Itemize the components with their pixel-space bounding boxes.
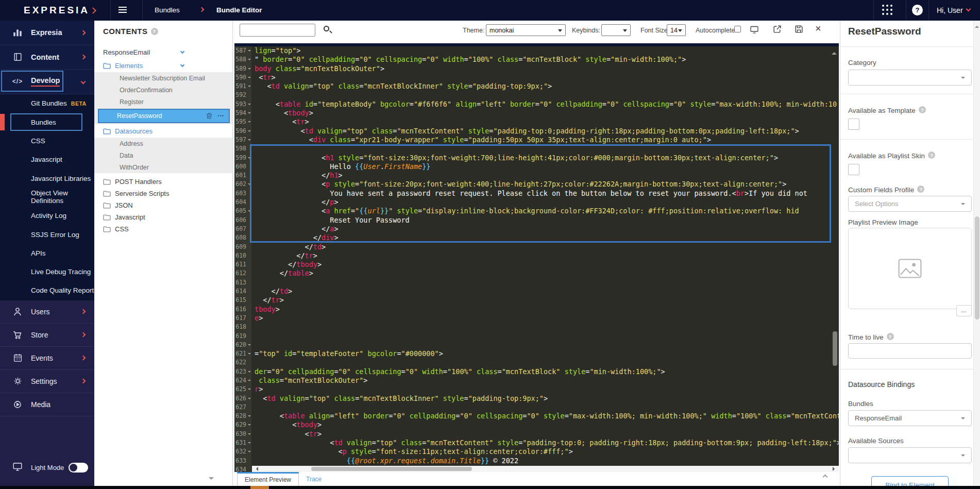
sidebar-item-develop[interactable]: </>Develop bbox=[0, 70, 94, 94]
sidebar-subitem-ssjs-error-log[interactable]: SSJS Error Log bbox=[0, 225, 94, 244]
apps-grid-icon[interactable] bbox=[882, 5, 892, 15]
sidebar-item-media[interactable]: Media bbox=[0, 393, 94, 416]
fold-toggle-icon[interactable] bbox=[248, 112, 251, 115]
tree-item-post-handlers[interactable]: POST Handlers bbox=[94, 176, 232, 188]
sidebar-item-expresia[interactable]: Expresia bbox=[0, 21, 94, 45]
sidebar-subitem-live-debug-tracing[interactable]: Live Debug Tracing bbox=[0, 262, 94, 281]
tree-item-withorder[interactable]: WithOrder bbox=[94, 161, 232, 173]
editor-search-input[interactable] bbox=[240, 24, 315, 37]
tree-item-json[interactable]: JSON bbox=[94, 199, 232, 211]
help-icon[interactable]: ? bbox=[917, 186, 924, 193]
scroll-right-icon[interactable] bbox=[833, 467, 837, 471]
tree-item-javascript[interactable]: Javascript bbox=[94, 211, 232, 223]
help-icon[interactable]: ? bbox=[912, 5, 923, 15]
horizontal-scrollbar-thumb[interactable] bbox=[311, 467, 472, 471]
sidebar-subitem-css[interactable]: CSS bbox=[0, 131, 94, 150]
help-icon[interactable]: ? bbox=[928, 151, 935, 159]
fold-toggle-icon[interactable] bbox=[248, 380, 251, 383]
custom-fields-profile-select[interactable]: Select Options bbox=[848, 196, 972, 212]
fold-toggle-icon[interactable] bbox=[248, 183, 251, 187]
tree-item-css[interactable]: CSS bbox=[94, 223, 232, 235]
editor-horizontal-scrollbar[interactable] bbox=[252, 466, 839, 472]
code-editor[interactable]: 587lign="top">588" border="0" cellpaddin… bbox=[234, 46, 839, 472]
sidebar-subitem-git-bundles[interactable]: Git BundlesBETA bbox=[0, 94, 94, 113]
light-mode-switch[interactable] bbox=[69, 463, 88, 473]
tree-item-resetpassword[interactable]: ResetPassword••• bbox=[98, 109, 230, 123]
tree-item-data[interactable]: Data bbox=[94, 149, 232, 161]
available-sources-select[interactable] bbox=[848, 447, 972, 463]
tree-item-responseemail[interactable]: ResponseEmail bbox=[94, 45, 232, 59]
scroll-up-icon[interactable] bbox=[975, 24, 979, 28]
tree-item-datasources[interactable]: Datasources bbox=[94, 124, 232, 138]
menu-icon[interactable] bbox=[119, 7, 127, 14]
tree-item-elements[interactable]: Elements bbox=[94, 59, 232, 72]
tree-item-orderconfirmation[interactable]: OrderConfirmation bbox=[94, 84, 232, 96]
more-options-icon[interactable]: ••• bbox=[218, 113, 224, 119]
sidebar-item-store[interactable]: Store bbox=[0, 324, 94, 347]
sidebar-subitem-activity-log[interactable]: Activity Log bbox=[0, 207, 94, 225]
tree-item-register[interactable]: Register bbox=[94, 96, 232, 108]
sidebar-subitem-javascript-libraries[interactable]: Javascript Libraries bbox=[0, 169, 94, 188]
fold-toggle-icon[interactable] bbox=[248, 433, 251, 436]
fold-toggle-icon[interactable] bbox=[248, 121, 251, 124]
close-icon[interactable]: × bbox=[815, 23, 821, 35]
fold-toggle-icon[interactable] bbox=[248, 77, 251, 80]
fold-toggle-icon[interactable] bbox=[248, 210, 251, 213]
inspector-scrollbar-thumb[interactable] bbox=[975, 216, 979, 319]
help-icon[interactable]: ? bbox=[919, 106, 926, 113]
fold-toggle-icon[interactable] bbox=[248, 415, 251, 418]
app-logo[interactable]: EXPRESIA bbox=[24, 5, 95, 16]
delete-icon[interactable] bbox=[206, 112, 213, 120]
scroll-left-icon[interactable] bbox=[254, 467, 258, 471]
user-menu[interactable]: Hi, User bbox=[937, 6, 963, 14]
fold-toggle-icon[interactable] bbox=[248, 344, 251, 347]
fold-toggle-icon[interactable] bbox=[248, 139, 251, 142]
fold-toggle-icon[interactable] bbox=[248, 398, 251, 401]
search-icon[interactable] bbox=[324, 26, 329, 31]
open-external-icon[interactable] bbox=[773, 25, 782, 34]
tree-item-newsletter-subscription-email[interactable]: Newsletter Subscription Email bbox=[94, 72, 232, 84]
fold-toggle-icon[interactable] bbox=[248, 442, 251, 445]
editor-scroll-up-icon[interactable] bbox=[832, 49, 837, 55]
sidebar-subitem-object-view-definitions[interactable]: Object View Definitions bbox=[0, 188, 94, 206]
sidebar-subitem-code-quality-report[interactable]: Code Quality Report bbox=[0, 281, 94, 300]
fold-toggle-icon[interactable] bbox=[248, 371, 251, 374]
sidebar-subitem-apis[interactable]: APIs bbox=[0, 244, 94, 262]
help-icon[interactable]: ? bbox=[887, 333, 894, 340]
chevron-down-icon[interactable] bbox=[180, 49, 184, 54]
tab-element-preview[interactable]: Element Preview bbox=[237, 472, 299, 486]
sidebar-subitem-bundles[interactable]: Bundles bbox=[0, 113, 94, 131]
tab-trace[interactable]: Trace bbox=[299, 472, 329, 486]
time-to-live-input[interactable] bbox=[848, 343, 972, 359]
chevron-down-icon[interactable] bbox=[180, 63, 184, 67]
fold-toggle-icon[interactable] bbox=[248, 59, 251, 62]
light-mode-toggle-row[interactable]: Light Mode bbox=[0, 456, 94, 479]
sidebar-item-users[interactable]: Users bbox=[0, 300, 94, 324]
fold-toggle-icon[interactable] bbox=[248, 104, 251, 107]
available-as-playlist-skin-checkbox[interactable] bbox=[848, 164, 859, 175]
tree-item-serverside-scripts[interactable]: Serverside Scripts bbox=[94, 188, 232, 199]
category-select[interactable] bbox=[848, 70, 972, 86]
font-size-select[interactable]: 14 bbox=[667, 24, 686, 36]
contents-help-icon[interactable]: ? bbox=[151, 28, 158, 35]
inspector-scrollbar[interactable] bbox=[973, 21, 980, 489]
breadcrumb-bundles[interactable]: Bundles bbox=[155, 6, 180, 14]
playlist-preview-image-dropzone[interactable] bbox=[848, 228, 972, 309]
fold-toggle-icon[interactable] bbox=[248, 68, 251, 71]
sidebar-item-content[interactable]: Content bbox=[0, 45, 94, 70]
preview-display-icon[interactable] bbox=[750, 25, 759, 34]
sidebar-item-events[interactable]: Events bbox=[0, 347, 94, 370]
tree-item-address[interactable]: Address bbox=[94, 138, 232, 149]
fold-toggle-icon[interactable] bbox=[248, 424, 251, 427]
sidebar-item-settings[interactable]: Settings bbox=[0, 370, 94, 393]
fold-toggle-icon[interactable] bbox=[248, 157, 251, 160]
available-as-template-checkbox[interactable] bbox=[848, 119, 859, 130]
sidebar-subitem-javascript[interactable]: Javascript bbox=[0, 150, 94, 169]
fold-toggle-icon[interactable] bbox=[248, 50, 251, 53]
bundles-select[interactable]: ResponseEmail bbox=[848, 410, 972, 426]
keybinds-select[interactable] bbox=[601, 24, 631, 36]
fold-toggle-icon[interactable] bbox=[248, 353, 251, 356]
fold-toggle-icon[interactable] bbox=[248, 389, 251, 392]
editor-vertical-scrollbar-thumb[interactable] bbox=[833, 331, 837, 366]
fold-toggle-icon[interactable] bbox=[248, 86, 251, 89]
